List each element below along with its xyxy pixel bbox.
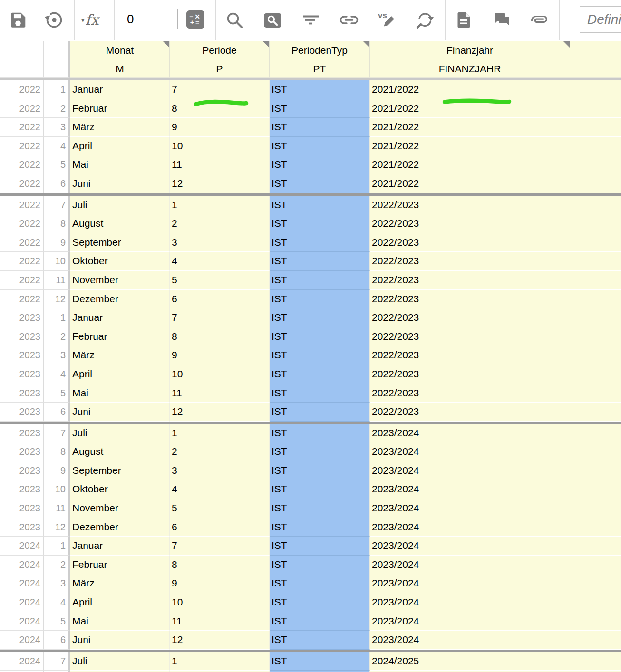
row-header-month-index[interactable]: 7	[44, 196, 70, 215]
row-header-year[interactable]: 2023	[0, 365, 44, 384]
cell-extra[interactable]	[570, 174, 621, 193]
header-corner-cell[interactable]	[44, 60, 70, 78]
cell-finanzjahr[interactable]: 2022/2023	[370, 365, 570, 384]
column-header-periode[interactable]: Periode	[170, 41, 270, 60]
filter-button[interactable]	[300, 9, 322, 31]
cell-finanzjahr[interactable]: 2023/2024	[370, 518, 570, 537]
cell-extra[interactable]	[570, 365, 621, 384]
cell-monat[interactable]: Januar	[70, 308, 170, 327]
row-header-month-index[interactable]: 12	[44, 290, 70, 309]
cell-periode[interactable]: 9	[170, 118, 270, 137]
cell-monat[interactable]: Mai	[70, 384, 170, 403]
document-button[interactable]	[452, 9, 475, 31]
column-code-periodentyp[interactable]: PT	[270, 60, 370, 78]
cell-finanzjahr[interactable]: 2021/2022	[370, 80, 570, 99]
cell-periode[interactable]: 10	[170, 593, 270, 612]
header-corner-cell[interactable]	[0, 41, 44, 60]
cell-periodentyp[interactable]: IST	[270, 290, 370, 309]
cell-monat[interactable]: Mai	[70, 612, 170, 631]
row-header-month-index[interactable]: 9	[44, 233, 70, 252]
search-button[interactable]	[223, 9, 246, 31]
row-header-month-index[interactable]: 6	[44, 631, 70, 650]
column-code-monat[interactable]: M	[70, 60, 170, 78]
cell-extra[interactable]	[570, 214, 621, 233]
column-header-finanzjahr[interactable]: Finanzjahr	[370, 41, 570, 60]
cell-monat[interactable]: Juli	[70, 652, 170, 671]
cell-periodentyp[interactable]: IST	[270, 174, 370, 193]
search-in-view-button[interactable]	[261, 9, 284, 31]
cell-extra[interactable]	[570, 308, 621, 327]
row-header-month-index[interactable]: 3	[44, 574, 70, 593]
calculator-button[interactable]: −✕ +=	[186, 10, 204, 29]
cell-extra[interactable]	[570, 196, 621, 215]
cell-extra[interactable]	[570, 137, 621, 156]
cell-finanzjahr[interactable]: 2021/2022	[370, 155, 570, 174]
cell-periodentyp[interactable]: IST	[270, 612, 370, 631]
cell-periode[interactable]: 10	[170, 137, 270, 156]
row-header-month-index[interactable]: 11	[44, 271, 70, 290]
column-header-periodentyp[interactable]: PeriodenTyp	[270, 41, 370, 60]
cell-finanzjahr[interactable]: 2023/2024	[370, 537, 570, 556]
cell-extra[interactable]	[570, 155, 621, 174]
cell-periode[interactable]: 6	[170, 518, 270, 537]
cell-periode[interactable]: 8	[170, 556, 270, 575]
cell-monat[interactable]: April	[70, 137, 170, 156]
column-code-periode[interactable]: P	[170, 60, 270, 78]
cell-monat[interactable]: Oktober	[70, 252, 170, 271]
row-header-month-index[interactable]: 7	[44, 652, 70, 671]
cell-extra[interactable]	[570, 652, 621, 671]
cell-finanzjahr[interactable]: 2024/2025	[370, 652, 570, 671]
row-header-month-index[interactable]: 2	[44, 327, 70, 346]
cell-periode[interactable]: 9	[170, 574, 270, 593]
definition-input[interactable]: Definit	[580, 6, 621, 33]
column-code-empty[interactable]	[570, 60, 621, 78]
cell-finanzjahr[interactable]: 2023/2024	[370, 424, 570, 443]
cell-extra[interactable]	[570, 80, 621, 99]
row-header-month-index[interactable]: 10	[44, 252, 70, 271]
cell-extra[interactable]	[570, 118, 621, 137]
cell-monat[interactable]: April	[70, 593, 170, 612]
row-header-year[interactable]: 2022	[0, 271, 44, 290]
cell-periodentyp[interactable]: IST	[270, 499, 370, 518]
cell-periode[interactable]: 4	[170, 480, 270, 499]
cell-periodentyp[interactable]: IST	[270, 271, 370, 290]
cell-extra[interactable]	[570, 290, 621, 309]
cell-periodentyp[interactable]: IST	[270, 365, 370, 384]
cell-finanzjahr[interactable]: 2021/2022	[370, 137, 570, 156]
row-header-month-index[interactable]: 8	[44, 442, 70, 461]
row-header-year[interactable]: 2023	[0, 480, 44, 499]
cell-finanzjahr[interactable]: 2023/2024	[370, 499, 570, 518]
cell-monat[interactable]: Dezember	[70, 290, 170, 309]
row-header-year[interactable]: 2024	[0, 631, 44, 650]
cell-finanzjahr[interactable]: 2022/2023	[370, 327, 570, 346]
cell-periode[interactable]: 8	[170, 99, 270, 118]
row-header-year[interactable]: 2024	[0, 652, 44, 671]
vs-edit-button[interactable]: vs	[376, 9, 399, 31]
row-header-month-index[interactable]: 4	[44, 137, 70, 156]
cell-periodentyp[interactable]: IST	[270, 631, 370, 650]
row-header-year[interactable]: 2023	[0, 384, 44, 403]
cell-extra[interactable]	[570, 556, 621, 575]
find-replace-button[interactable]	[414, 9, 437, 31]
row-header-month-index[interactable]: 4	[44, 593, 70, 612]
row-header-month-index[interactable]: 3	[44, 118, 70, 137]
cell-finanzjahr[interactable]: 2022/2023	[370, 346, 570, 365]
cell-extra[interactable]	[570, 233, 621, 252]
cell-finanzjahr[interactable]: 2023/2024	[370, 461, 570, 480]
cell-monat[interactable]: Februar	[70, 556, 170, 575]
cell-periode[interactable]: 12	[170, 631, 270, 650]
row-header-year[interactable]: 2022	[0, 196, 44, 215]
cell-monat[interactable]: Januar	[70, 80, 170, 99]
row-header-year[interactable]: 2023	[0, 461, 44, 480]
cell-finanzjahr[interactable]: 2023/2024	[370, 631, 570, 650]
cell-extra[interactable]	[570, 424, 621, 443]
cell-finanzjahr[interactable]: 2023/2024	[370, 442, 570, 461]
row-header-month-index[interactable]: 2	[44, 556, 70, 575]
cell-extra[interactable]	[570, 631, 621, 650]
cell-periode[interactable]: 10	[170, 365, 270, 384]
attachment-button[interactable]	[528, 9, 551, 31]
cell-periode[interactable]: 2	[170, 442, 270, 461]
cell-finanzjahr[interactable]: 2022/2023	[370, 308, 570, 327]
cell-periode[interactable]: 11	[170, 155, 270, 174]
cell-extra[interactable]	[570, 612, 621, 631]
